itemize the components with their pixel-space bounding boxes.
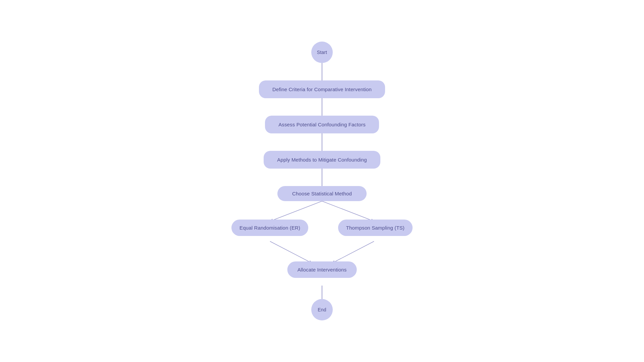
svg-line-2 [270, 241, 312, 263]
define-label: Define Criteria for Comparative Interven… [272, 86, 372, 92]
apply-label: Apply Methods to Mitigate Confounding [277, 157, 367, 163]
allocate-node: Allocate Interventions [287, 261, 357, 278]
connector-3 [322, 133, 322, 151]
svg-line-1 [322, 201, 374, 221]
end-node: End [311, 299, 333, 320]
connector-4 [322, 169, 322, 186]
apply-node: Apply Methods to Mitigate Confounding [264, 151, 380, 169]
allocate-label: Allocate Interventions [298, 267, 347, 273]
end-label: End [318, 307, 326, 312]
branch-section: Equal Randomisation (ER) Thompson Sampli… [221, 201, 423, 288]
start-label: Start [317, 50, 327, 55]
define-node: Define Criteria for Comparative Interven… [259, 80, 385, 98]
er-label: Equal Randomisation (ER) [239, 225, 300, 231]
ts-label: Thompson Sampling (TS) [346, 225, 405, 231]
flowchart: Start Define Criteria for Comparative In… [221, 42, 423, 320]
svg-line-0 [270, 201, 322, 221]
assess-node: Assess Potential Confounding Factors [265, 116, 379, 133]
svg-line-3 [332, 241, 374, 263]
choose-label: Choose Statistical Method [292, 191, 352, 196]
connector-2 [322, 98, 322, 116]
er-node: Equal Randomisation (ER) [231, 220, 308, 236]
start-node: Start [311, 42, 333, 63]
assess-label: Assess Potential Confounding Factors [278, 122, 366, 127]
choose-node: Choose Statistical Method [277, 186, 367, 201]
connector-1 [322, 63, 322, 80]
ts-node: Thompson Sampling (TS) [338, 220, 413, 236]
